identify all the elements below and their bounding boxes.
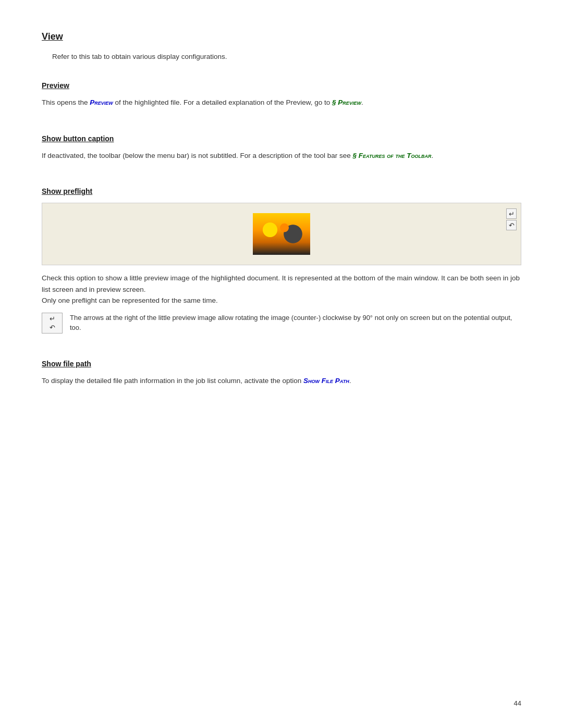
section-preview: Preview This opens the Preview of the hi… [42,81,521,108]
preview-body-suffix: . [361,98,363,106]
page-title: View [42,31,521,42]
arrows-icon-square: ↵ ↶ [42,313,63,334]
lego-image [253,213,310,255]
section-show-preflight: Show preflight ↵ ↶ Check this option to … [42,187,521,334]
preflight-image [253,213,310,255]
rotate-clockwise-button[interactable]: ↶ [506,220,517,230]
arrow-counterclockwise-icon: ↵ [50,315,55,323]
preview-body-prefix: This opens the [42,98,90,106]
arrows-description-text: The arrows at the right of the little pr… [70,313,521,333]
arrow-clockwise-icon: ↶ [50,324,55,331]
page-number: 44 [514,699,521,707]
rotation-arrows-box: ↵ ↶ [506,208,517,230]
show-button-body-prefix: If deactivated, the toolbar (below the m… [42,152,353,159]
page-container: View Refer to this tab to obtain various… [0,0,563,437]
section-show-button-caption: Show button caption If deactivated, the … [42,134,521,162]
preflight-preview-box: ↵ ↶ [42,203,521,265]
section-show-file-path-body: To display the detailed file path inform… [42,375,521,387]
section-preview-title: Preview [42,81,521,90]
show-file-path-suffix: . [349,377,351,385]
show-file-path-link[interactable]: Show File Path [303,377,349,385]
preview-body-middle: of the highlighted file. For a detailed … [113,98,332,106]
section-preview-body: This opens the Preview of the highlighte… [42,97,521,108]
show-button-body-suffix: . [431,152,433,159]
preview-link1[interactable]: Preview [90,98,113,106]
section-show-file-path: Show file path To display the detailed f… [42,360,521,387]
show-button-link[interactable]: § Features of the Toolbar [353,152,432,159]
section-show-preflight-title: Show preflight [42,187,521,195]
rotate-counter-clockwise-button[interactable]: ↵ [506,208,517,219]
section-show-button-caption-title: Show button caption [42,134,521,143]
show-file-path-prefix: To display the detailed file path inform… [42,377,303,385]
preflight-body1: Check this option to show a little previ… [42,273,521,306]
arrows-description-box: ↵ ↶ The arrows at the right of the littl… [42,313,521,334]
section-show-button-caption-body: If deactivated, the toolbar (below the m… [42,150,521,162]
section-show-file-path-title: Show file path [42,360,521,368]
intro-text: Refer to this tab to obtain various disp… [52,53,521,60]
preview-link2[interactable]: § Preview [332,98,361,106]
